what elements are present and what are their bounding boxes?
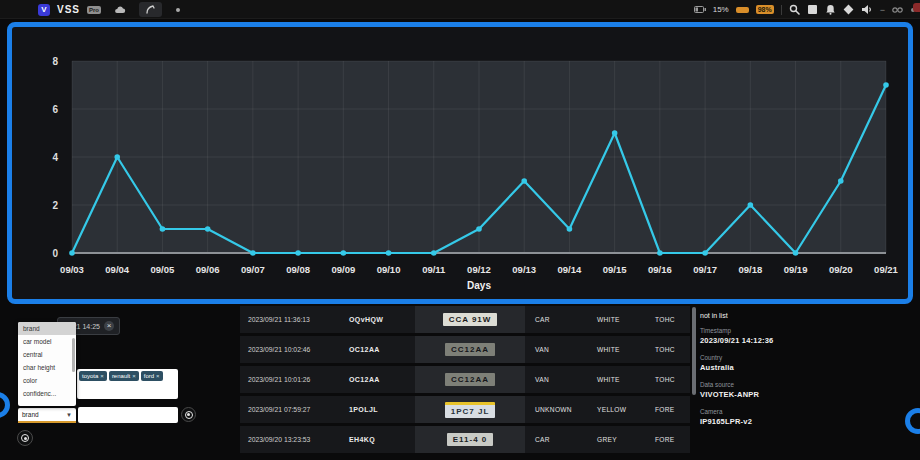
detail-label: Country (700, 354, 900, 361)
vehicle-type: VAN (525, 346, 587, 353)
cloud-icon (114, 6, 126, 14)
table-row[interactable]: 2023/09/21 10:01:26OC12AACC12AAVANWHITET… (240, 366, 690, 393)
attribute-dropdown-list[interactable]: brandcar modelcentralchar heightcolorcon… (18, 322, 76, 406)
plate-id: OC12AA (335, 376, 415, 383)
plate-thumbnail: 1PC7 JL (445, 402, 496, 418)
event-code: FORE (645, 436, 690, 443)
detections-line-chart[interactable]: 0246809/0309/0409/0509/0609/0709/0809/09… (12, 27, 908, 301)
plate-id: OQvHQW (335, 316, 415, 323)
tag-close-icon[interactable]: × (132, 373, 136, 379)
detail-field: Timestamp2023/09/21 14:12:36 (700, 327, 900, 345)
chip-close-icon[interactable]: × (104, 321, 114, 331)
vehicle-type: UNKNOWN (525, 406, 587, 413)
tag-label: ford (144, 373, 154, 379)
plate-thumbnail-cell[interactable]: E11-4 0 (415, 426, 525, 453)
vehicle-type: CAR (525, 436, 587, 443)
brand-tag[interactable]: ford× (141, 371, 163, 381)
link-button[interactable] (892, 6, 903, 14)
svg-text:09/06: 09/06 (196, 264, 220, 275)
dropdown-scrollbar[interactable] (72, 338, 75, 372)
add-filter-button[interactable] (181, 407, 196, 422)
audio-button[interactable] (861, 4, 873, 15)
brand-tag[interactable]: renault× (109, 371, 139, 381)
detail-value: 2023/09/21 14:12:36 (700, 336, 900, 345)
svg-text:09/12: 09/12 (467, 264, 491, 275)
brand-tag[interactable]: toyota× (79, 371, 107, 381)
svg-text:09/20: 09/20 (829, 264, 853, 275)
pro-badge: Pro (87, 6, 101, 14)
detection-time: 2023/09/20 13:23:53 (240, 436, 335, 443)
detail-field: CountryAustralia (700, 354, 900, 372)
tag-close-icon[interactable]: × (156, 373, 160, 379)
add-condition-button[interactable] (17, 430, 33, 446)
brand-tags-box[interactable]: toyota×renault×ford× (77, 369, 178, 399)
vehicle-color: WHITE (587, 316, 645, 323)
vehicle-type: CAR (525, 316, 587, 323)
plate-thumbnail-cell[interactable]: CCA 91W (415, 306, 525, 333)
table-scrollbar[interactable] (692, 307, 696, 395)
security-button[interactable] (843, 4, 854, 15)
cpu-usage-value: 15% (713, 5, 729, 14)
svg-text:09/16: 09/16 (648, 264, 672, 275)
dropdown-option[interactable]: central (18, 348, 76, 361)
svg-text:Days: Days (467, 280, 491, 291)
svg-text:09/18: 09/18 (738, 264, 762, 275)
storage-bar-icon (736, 7, 749, 13)
tag-label: renault (112, 373, 130, 379)
plate-thumbnail: CCA 91W (443, 313, 498, 326)
table-row[interactable]: 2023/09/21 10:02:46OC12AACC12AAVANWHITET… (240, 336, 690, 363)
attribute-select[interactable]: brand ▼ (18, 408, 76, 423)
highlight-ring-right (905, 408, 920, 434)
svg-text:2: 2 (52, 200, 58, 211)
table-row[interactable]: 2023/09/20 13:23:53EH4KQE11-4 0CARGREYFO… (240, 426, 690, 453)
svg-text:09/19: 09/19 (784, 264, 808, 275)
minimize-button[interactable]: − (880, 5, 885, 15)
event-code: TOHC (645, 316, 690, 323)
svg-text:09/21: 09/21 (874, 264, 898, 275)
dropdown-option[interactable]: color (18, 374, 76, 387)
highlight-ring-left (0, 392, 10, 418)
plate-thumbnail-cell[interactable]: 1PC7 JL (415, 396, 525, 423)
detection-time: 2023/09/21 10:02:46 (240, 346, 335, 353)
top-bar: V VSS Pro 15% 98% (0, 0, 920, 19)
speaker-icon (861, 4, 873, 15)
plate-thumbnail-cell[interactable]: CC12AA (415, 336, 525, 363)
detection-time: 2023/09/21 07:59:27 (240, 406, 335, 413)
svg-text:0: 0 (52, 248, 58, 259)
search-button[interactable] (789, 4, 800, 15)
plate-id: EH4KQ (335, 436, 415, 443)
tag-close-icon[interactable]: × (100, 373, 104, 379)
dropdown-option[interactable]: car model (18, 335, 76, 348)
svg-text:8: 8 (52, 56, 58, 67)
event-code: TOHC (645, 376, 690, 383)
detail-field: CameraIP9165LPR-v2 (700, 408, 900, 426)
target-icon (21, 434, 29, 442)
vehicle-type: VAN (525, 376, 587, 383)
layout-button[interactable] (807, 4, 818, 15)
vehicle-color: WHITE (587, 376, 645, 383)
svg-text:09/04: 09/04 (105, 264, 129, 275)
table-row[interactable]: 2023/09/21 07:59:271POLJL1PC7 JLUNKNOWNY… (240, 396, 690, 423)
detail-label: Data source (700, 381, 900, 388)
more-dot-button[interactable] (169, 2, 187, 17)
tool-button[interactable] (139, 2, 162, 17)
detail-label: Camera (700, 408, 900, 415)
table-row[interactable]: 2023/09/21 11:36:13OQvHQWCCA 91WCARWHITE… (240, 306, 690, 333)
dropdown-option[interactable]: brand (18, 322, 76, 335)
detection-time: 2023/09/21 10:01:26 (240, 376, 335, 383)
plate-thumbnail-cell[interactable]: CC12AA (415, 366, 525, 393)
plate-thumbnail: CC12AA (445, 343, 495, 356)
svg-text:09/07: 09/07 (241, 264, 265, 275)
svg-text:09/15: 09/15 (603, 264, 627, 275)
svg-text:09/03: 09/03 (60, 264, 84, 275)
dropdown-option[interactable]: char height (18, 361, 76, 374)
notifications-button[interactable] (825, 4, 836, 15)
filter-value-input[interactable] (78, 407, 178, 423)
cloud-button[interactable] (108, 2, 132, 17)
dot-icon (175, 7, 181, 13)
status-text: not in list (700, 312, 900, 319)
svg-text:09/05: 09/05 (151, 264, 175, 275)
dropdown-option[interactable]: confidenc... (18, 387, 76, 400)
bell-icon (825, 4, 836, 15)
link-icon (892, 6, 903, 14)
